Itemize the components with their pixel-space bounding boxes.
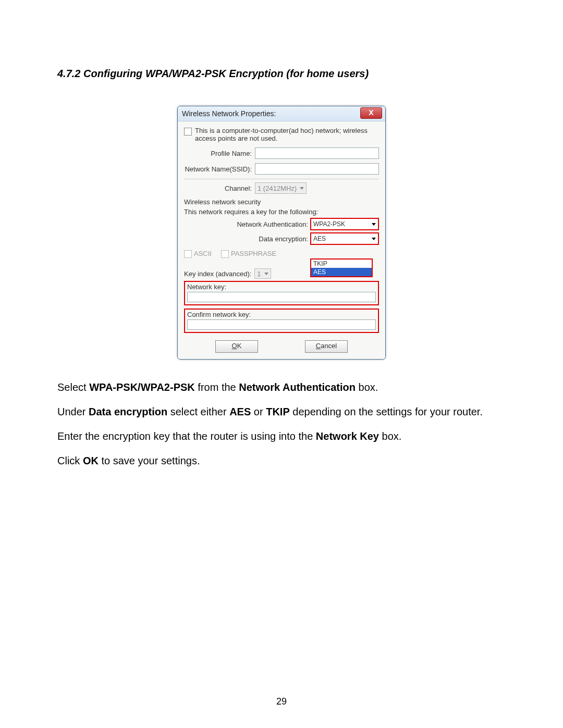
text-bold: AES — [229, 406, 251, 417]
encryption-select[interactable]: AES — [310, 232, 379, 245]
network-key-group: Network key: — [184, 281, 379, 305]
channel-label: Channel: — [184, 184, 255, 192]
text: from the — [195, 381, 239, 393]
passphrase-label: PASSPHRASE — [231, 250, 276, 257]
text-bold: OK — [83, 455, 99, 466]
ok-rest: K — [237, 342, 242, 350]
separator — [184, 179, 379, 179]
text: or — [251, 406, 266, 417]
text: depending on the settings for your route… — [290, 406, 483, 417]
chevron-down-icon — [372, 238, 376, 240]
confirm-network-key-label: Confirm network key: — [187, 311, 376, 318]
security-heading: Wireless network security — [184, 198, 379, 206]
text: Select — [57, 381, 89, 393]
ssid-label: Network Name(SSID): — [184, 165, 255, 173]
text: box. — [379, 430, 401, 442]
text-bold: Data encryption — [89, 406, 167, 417]
encryption-label: Data encryption: — [259, 235, 310, 243]
key-index-value: 1 — [257, 270, 261, 278]
dialog-titlebar: Wireless Network Properties: X — [178, 106, 385, 121]
dialog-title: Wireless Network Properties: — [182, 109, 276, 118]
text-bold: Network Authentication — [239, 381, 356, 393]
text: select either — [167, 406, 229, 417]
ok-button[interactable]: OK — [215, 340, 258, 353]
network-key-label: Network key: — [187, 283, 376, 291]
text: box. — [356, 381, 378, 393]
auth-select[interactable]: WPA2-PSK — [310, 218, 379, 230]
instruction-paragraph-2: Under Data encryption select either AES … — [57, 405, 506, 419]
confirm-network-key-input[interactable] — [187, 319, 376, 330]
text: to save your settings. — [99, 455, 200, 466]
encryption-option-tkip[interactable]: TKIP — [311, 260, 372, 268]
text-bold: Network Key — [316, 430, 379, 442]
page-number: 29 — [0, 696, 563, 707]
instruction-paragraph-4: Click OK to save your settings. — [57, 454, 506, 468]
cancel-button[interactable]: Cancel — [305, 340, 348, 353]
text: Under — [57, 406, 89, 417]
channel-select[interactable]: 1 (2412MHz) — [255, 182, 307, 194]
key-index-select[interactable]: 1 — [254, 268, 271, 279]
close-icon: X — [369, 108, 373, 117]
dialog-screenshot: Wireless Network Properties: X This is a… — [177, 106, 386, 360]
channel-value: 1 (2412MHz) — [258, 184, 297, 192]
instruction-paragraph-3: Enter the encryption key that the router… — [57, 429, 506, 443]
key-index-label: Key index (advanced): — [184, 270, 251, 278]
cancel-underline: C — [316, 342, 321, 350]
adhoc-label: This is a computer-to-computer(ad hoc) n… — [195, 127, 379, 142]
ssid-input[interactable] — [255, 163, 379, 175]
ok-underline: O — [232, 342, 237, 350]
instruction-paragraph-1: Select WPA-PSK/WPA2-PSK from the Network… — [57, 380, 506, 394]
auth-label: Network Authentication: — [237, 220, 310, 228]
text: Enter the encryption key that the router… — [57, 430, 316, 442]
ascii-label: ASCII — [194, 250, 212, 257]
chevron-down-icon — [372, 223, 376, 226]
text-bold: WPA-PSK/WPA2-PSK — [89, 381, 195, 393]
security-subtext: This network requires a key for the foll… — [184, 208, 379, 216]
auth-value: WPA2-PSK — [313, 220, 345, 228]
chevron-down-icon — [264, 273, 268, 275]
text-bold: TKIP — [266, 406, 290, 417]
encryption-value: AES — [313, 235, 326, 242]
cancel-rest: ancel — [321, 342, 337, 350]
encryption-dropdown-list[interactable]: TKIP AES — [310, 258, 373, 277]
confirm-network-key-group: Confirm network key: — [184, 309, 379, 333]
text: Click — [57, 455, 83, 466]
section-heading: 4.7.2 Configuring WPA/WPA2-PSK Encryptio… — [57, 68, 506, 80]
close-button[interactable]: X — [360, 107, 382, 119]
encryption-option-aes[interactable]: AES — [311, 268, 372, 276]
adhoc-checkbox[interactable] — [184, 128, 192, 135]
profile-name-input[interactable] — [255, 147, 379, 159]
profile-name-label: Profile Name: — [184, 150, 255, 157]
passphrase-checkbox[interactable] — [221, 250, 229, 258]
network-key-input[interactable] — [187, 292, 376, 302]
ascii-checkbox[interactable] — [184, 250, 192, 258]
chevron-down-icon — [300, 187, 304, 190]
